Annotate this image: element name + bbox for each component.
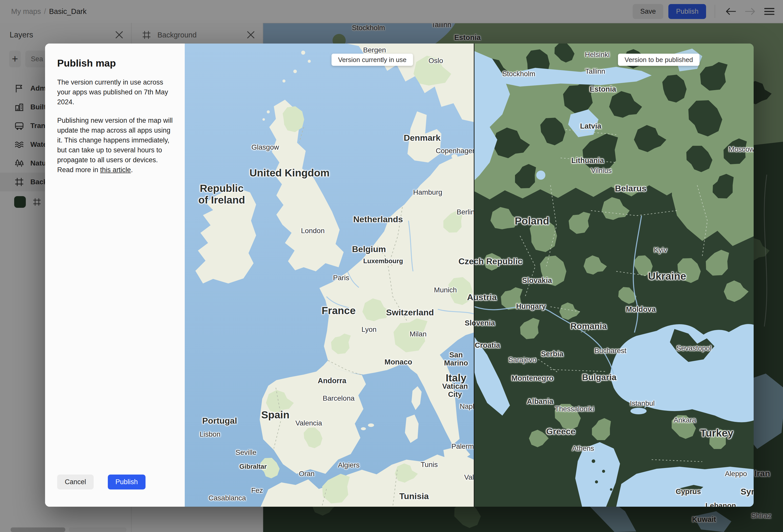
dialog-paragraph-2-text: Publishing new version of the map will u…	[57, 117, 173, 174]
version-current-badge: Version currently in use	[332, 54, 413, 66]
this-article-link[interactable]: this article	[100, 166, 131, 174]
map-version-new	[474, 43, 754, 507]
publish-map-dialog: BergenOsloGlasgowUnited KingdomRepublic …	[45, 43, 754, 507]
publish-button-dialog[interactable]: Publish	[108, 474, 146, 490]
dialog-paragraph-2-period: .	[131, 166, 133, 174]
publish-dialog-panel: Publish map The version currently in use…	[45, 43, 185, 507]
version-comparison-preview: BergenOsloGlasgowUnited KingdomRepublic …	[185, 43, 754, 507]
cancel-button[interactable]: Cancel	[57, 474, 94, 490]
dialog-title: Publish map	[57, 58, 175, 69]
app-window: StockholmTallinnEstoniaIranShirazKuwait …	[0, 0, 783, 532]
dialog-paragraph-1: The version currently in use across your…	[57, 77, 174, 107]
version-new-badge: Version to be published	[618, 54, 699, 66]
map-version-current	[185, 43, 474, 507]
dialog-paragraph-2: Publishing new version of the map will u…	[57, 116, 174, 175]
comparison-split-divider[interactable]	[474, 43, 474, 507]
